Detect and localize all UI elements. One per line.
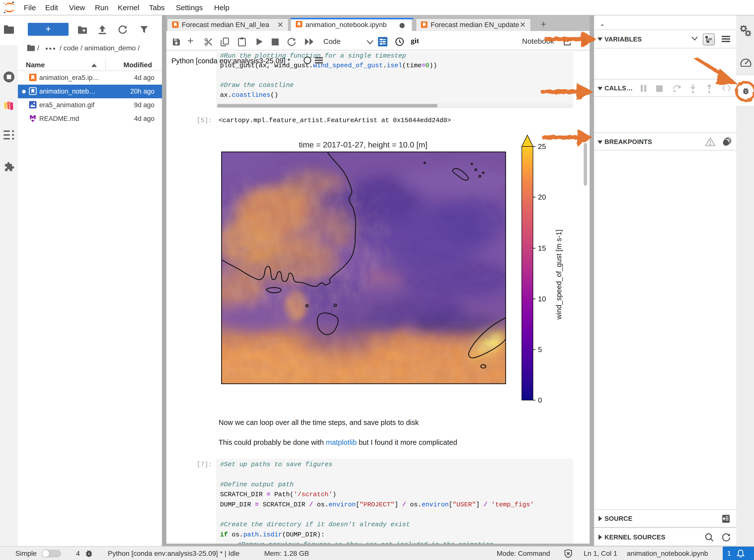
svg-text:0: 0: [538, 396, 542, 404]
svg-text:10: 10: [538, 295, 546, 303]
svg-text:15: 15: [538, 244, 546, 252]
svg-text:5: 5: [538, 345, 542, 354]
svg-text:time = 2017-01-27, height = 10: time = 2017-01-27, height = 10.0 [m]: [299, 140, 427, 149]
svg-text:25: 25: [538, 142, 546, 151]
svg-text:wind_speed_of_gust [m s-1]: wind_speed_of_gust [m s-1]: [555, 229, 563, 320]
svg-text:20: 20: [538, 193, 546, 201]
